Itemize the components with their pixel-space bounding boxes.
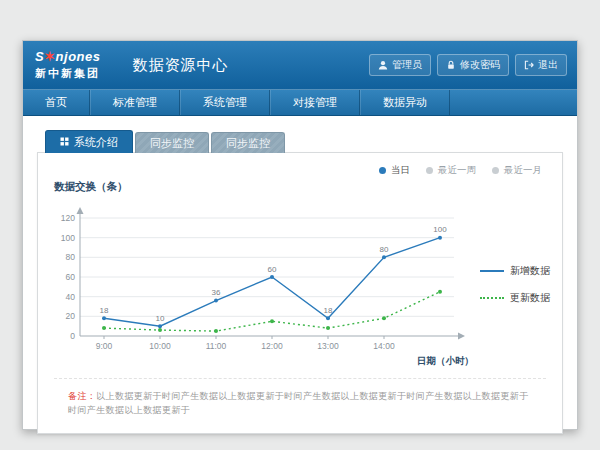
star-icon: ✶ <box>44 49 55 64</box>
tab-label: 同步监控 <box>226 136 270 151</box>
filter-today[interactable]: 当日 <box>379 164 410 177</box>
logout-button[interactable]: 退出 <box>515 54 567 76</box>
chart-row: 0204060801001209:0010:0011:0012:0013:001… <box>38 194 562 374</box>
filter-last-week[interactable]: 最近一周 <box>426 164 476 177</box>
header-actions: 管理员 修改密码 退出 <box>369 54 577 76</box>
main-nav: 首页 标准管理 系统管理 对接管理 数据异动 <box>23 89 577 116</box>
page-title: 数据资源中心 <box>120 56 228 75</box>
svg-text:36: 36 <box>212 288 221 297</box>
admin-button[interactable]: 管理员 <box>369 54 431 76</box>
y-axis-title: 数据交换（条） <box>54 180 562 194</box>
line-chart: 0204060801001209:0010:0011:0012:0013:001… <box>46 194 478 374</box>
app-window: S✶njones 新中新集团 数据资源中心 管理员 修改密码 退出 首页 标准管… <box>22 40 578 430</box>
brand-logo: S✶njones 新中新集团 <box>23 47 110 83</box>
logo-wordmark: S✶njones <box>35 50 100 65</box>
svg-text:9:00: 9:00 <box>96 341 113 351</box>
svg-text:60: 60 <box>268 265 277 274</box>
legend-dot-icon <box>379 167 386 174</box>
legend-item-new-data[interactable]: 新增数据 <box>480 264 550 278</box>
solid-line-sample-icon <box>480 270 504 272</box>
svg-text:18: 18 <box>324 306 333 315</box>
svg-text:14:00: 14:00 <box>373 341 395 351</box>
filter-last-month[interactable]: 最近一月 <box>492 164 542 177</box>
nav-item-interface[interactable]: 对接管理 <box>270 90 360 115</box>
nav-item-home[interactable]: 首页 <box>23 90 90 115</box>
tab-label: 同步监控 <box>150 136 194 151</box>
tab-label: 系统介绍 <box>74 135 118 150</box>
admin-button-label: 管理员 <box>392 58 422 72</box>
filter-label: 最近一周 <box>438 164 476 177</box>
legend-item-updated-data[interactable]: 更新数据 <box>480 291 550 305</box>
legend-label: 新增数据 <box>510 264 550 278</box>
legend-dot-icon <box>492 167 499 174</box>
nav-item-system[interactable]: 系统管理 <box>180 90 270 115</box>
filter-label: 最近一月 <box>504 164 542 177</box>
svg-text:11:00: 11:00 <box>206 341 227 351</box>
svg-text:120: 120 <box>61 213 75 223</box>
svg-text:20: 20 <box>66 311 76 321</box>
svg-text:100: 100 <box>61 233 75 243</box>
svg-text:12:00: 12:00 <box>261 341 283 351</box>
logout-icon <box>524 60 534 70</box>
logo-company-name: 新中新集团 <box>35 67 100 80</box>
logout-button-label: 退出 <box>538 58 558 72</box>
logo-text-suffix: njones <box>56 49 101 64</box>
legend-label: 更新数据 <box>510 291 550 305</box>
tab-system-intro[interactable]: 系统介绍 <box>45 130 133 153</box>
chart-panel: 当日 最近一周 最近一月 数据交换（条） 0204060801001209:00… <box>37 152 563 434</box>
svg-text:80: 80 <box>66 252 76 262</box>
svg-text:13:00: 13:00 <box>317 341 339 351</box>
tab-sync-monitor-1[interactable]: 同步监控 <box>135 132 209 153</box>
logo-text-prefix: S <box>35 49 44 64</box>
user-icon <box>378 60 388 70</box>
svg-text:60: 60 <box>66 272 76 282</box>
nav-item-data-change[interactable]: 数据异动 <box>360 90 450 115</box>
svg-text:100: 100 <box>433 225 447 234</box>
svg-text:日期（小时）: 日期（小时） <box>417 355 474 367</box>
lock-icon <box>446 60 456 70</box>
nav-item-standards[interactable]: 标准管理 <box>90 90 180 115</box>
change-password-button[interactable]: 修改密码 <box>437 54 509 76</box>
time-range-filters: 当日 最近一周 最近一月 <box>38 153 562 177</box>
tab-sync-monitor-2[interactable]: 同步监控 <box>211 132 285 153</box>
svg-text:80: 80 <box>380 245 389 254</box>
svg-text:10:00: 10:00 <box>149 341 171 351</box>
dotted-line-sample-icon <box>480 297 504 299</box>
grid-icon <box>60 136 69 148</box>
app-header: S✶njones 新中新集团 数据资源中心 管理员 修改密码 退出 <box>23 41 577 89</box>
footnote-prefix: 备注： <box>68 391 96 401</box>
tab-bar: 系统介绍 同步监控 同步监控 <box>37 130 563 153</box>
filter-label: 当日 <box>391 164 410 177</box>
chart-legend: 新增数据 更新数据 <box>480 264 550 305</box>
content-area: 系统介绍 同步监控 同步监控 当日 最近一周 <box>23 116 577 434</box>
change-password-label: 修改密码 <box>460 58 500 72</box>
footnote: 备注：以上数据更新于时间产生数据以上数据更新于时间产生数据以上数据更新于时间产生… <box>54 378 546 427</box>
svg-text:0: 0 <box>70 331 75 341</box>
footnote-text: 以上数据更新于时间产生数据以上数据更新于时间产生数据以上数据更新于时间产生数据以… <box>68 391 529 415</box>
legend-dot-icon <box>426 167 433 174</box>
svg-text:40: 40 <box>66 292 76 302</box>
svg-text:18: 18 <box>100 306 109 315</box>
svg-text:10: 10 <box>156 314 165 323</box>
